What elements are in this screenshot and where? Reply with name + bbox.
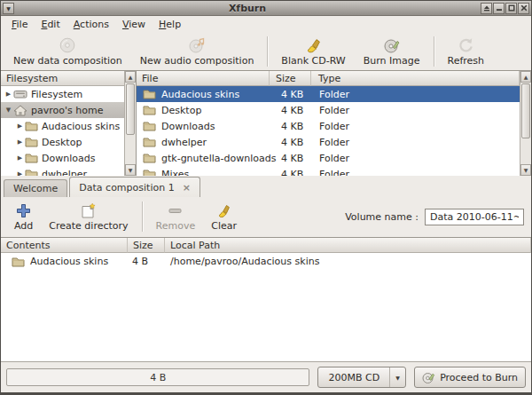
clear-brush-icon bbox=[215, 201, 233, 219]
contents-row-audacious-skins[interactable]: Audacious skins 4 B /home/pavroo/Audacio… bbox=[1, 253, 531, 270]
file-row-mixes[interactable]: Mixes 4 KB Folder bbox=[137, 166, 520, 176]
menubar: File Edit Actions View Help bbox=[1, 17, 531, 32]
create-directory-button[interactable]: Create directory bbox=[41, 201, 136, 233]
tree-row-downloads[interactable]: ▶ Downloads bbox=[1, 150, 125, 166]
disc-usage-bar: 4 B bbox=[6, 368, 309, 386]
column-header-type[interactable]: Type bbox=[311, 71, 520, 86]
proceed-to-burn-button[interactable]: Proceed to Burn bbox=[414, 367, 526, 388]
tab-welcome[interactable]: Welcome bbox=[4, 179, 67, 197]
folder-icon bbox=[143, 169, 156, 176]
expander-expanded-icon[interactable]: ▼ bbox=[4, 107, 13, 114]
disc-size-dropdown[interactable]: 200MB CD ▼ bbox=[317, 367, 406, 388]
tab-data-composition-1[interactable]: Data composition 1 × bbox=[69, 177, 200, 197]
data-disc-icon bbox=[59, 36, 76, 54]
add-button[interactable]: Add bbox=[6, 201, 41, 233]
new-audio-composition-button[interactable]: New audio composition bbox=[131, 35, 263, 67]
folder-icon bbox=[25, 137, 38, 147]
toolbar-separator bbox=[267, 36, 268, 67]
clear-button[interactable]: Clear bbox=[203, 201, 245, 233]
new-directory-icon bbox=[80, 201, 98, 219]
burn-image-button[interactable]: Burn Image bbox=[355, 35, 429, 67]
menu-help[interactable]: Help bbox=[153, 18, 188, 31]
menu-actions[interactable]: Actions bbox=[67, 18, 116, 31]
composition-toolbar: Add Create directory Remove Clear Volume… bbox=[1, 197, 531, 237]
tab-close-icon[interactable]: × bbox=[183, 182, 191, 194]
tree-row-audacious-skins[interactable]: ▶ Audacious skins bbox=[1, 118, 125, 134]
folder-icon bbox=[25, 169, 38, 176]
tree-row-desktop[interactable]: ▶ Desktop bbox=[1, 134, 125, 150]
maximize-button[interactable] bbox=[505, 3, 517, 14]
folder-icon bbox=[12, 257, 25, 267]
folder-icon bbox=[143, 105, 156, 115]
expander-collapsed-icon[interactable]: ▶ bbox=[15, 122, 25, 130]
scroll-up-icon[interactable]: ▲ bbox=[520, 71, 531, 83]
folder-icon bbox=[143, 121, 156, 131]
xfburn-window: ▼ Xfburn File Edit Actions View Help New… bbox=[0, 0, 532, 395]
file-list-header: File Size Type bbox=[137, 71, 520, 86]
volume-name-label: Volume name : bbox=[345, 211, 419, 223]
composition-contents: Contents Size Local Path Audacious skins… bbox=[1, 237, 531, 361]
toolbar-separator bbox=[142, 201, 143, 232]
file-row-desktop[interactable]: Desktop 4 KB Folder bbox=[137, 102, 520, 118]
scroll-down-icon[interactable]: ▼ bbox=[125, 164, 136, 176]
window-title: Xfburn bbox=[14, 3, 481, 14]
volume-name-group: Volume name : bbox=[345, 201, 531, 225]
tree-row-filesystem[interactable]: ▶ Filesystem bbox=[1, 86, 125, 102]
burn-disc-icon bbox=[422, 371, 435, 384]
filesystem-tree: ▶ Filesystem ▼ pavroo's home ▶ Audacious… bbox=[1, 86, 125, 176]
close-icon bbox=[520, 4, 528, 12]
tree-row-home[interactable]: ▼ pavroo's home bbox=[1, 102, 125, 118]
file-list: Audacious skins 4 KB Folder Desktop 4 KB… bbox=[137, 86, 520, 176]
dropdown-arrow-icon[interactable]: ▼ bbox=[389, 367, 405, 387]
folder-icon bbox=[143, 89, 156, 99]
scroll-up-icon[interactable]: ▲ bbox=[125, 71, 136, 83]
add-icon bbox=[15, 201, 32, 219]
blank-brush-icon bbox=[305, 36, 323, 54]
expander-collapsed-icon[interactable]: ▶ bbox=[15, 138, 25, 146]
column-header-size[interactable]: Size bbox=[128, 238, 165, 253]
scrollbar-thumb[interactable] bbox=[521, 83, 530, 138]
remove-button[interactable]: Remove bbox=[148, 201, 204, 233]
window-menu-button[interactable]: ▼ bbox=[3, 3, 14, 14]
browser-panes: Filesystem ▶ Filesystem ▼ pavroo's home … bbox=[1, 70, 531, 176]
toolbar-separator bbox=[434, 36, 434, 67]
folder-icon bbox=[143, 153, 156, 163]
column-header-local-path[interactable]: Local Path bbox=[165, 238, 531, 253]
blank-cdrw-button[interactable]: Blank CD-RW bbox=[272, 35, 354, 67]
titlebar[interactable]: ▼ Xfburn bbox=[1, 1, 531, 16]
window-controls bbox=[481, 3, 529, 14]
refresh-button[interactable]: Refresh bbox=[439, 35, 494, 67]
close-button[interactable] bbox=[518, 3, 529, 14]
volume-name-input[interactable] bbox=[425, 209, 524, 225]
folder-icon bbox=[25, 153, 38, 163]
remove-icon bbox=[167, 201, 184, 219]
file-row-audacious-skins[interactable]: Audacious skins 4 KB Folder bbox=[137, 86, 520, 102]
column-header-file[interactable]: File bbox=[137, 71, 270, 86]
menu-file[interactable]: File bbox=[5, 18, 35, 31]
file-row-dwhelper[interactable]: dwhelper 4 KB Folder bbox=[137, 134, 520, 150]
filesystem-column-header[interactable]: Filesystem bbox=[1, 71, 125, 86]
new-data-composition-button[interactable]: New data composition bbox=[4, 35, 131, 67]
scrollbar-thumb[interactable] bbox=[126, 83, 135, 135]
file-row-downloads[interactable]: Downloads 4 KB Folder bbox=[137, 118, 520, 134]
column-header-size[interactable]: Size bbox=[270, 71, 311, 86]
statusbar: 4 B 200MB CD ▼ Proceed to Burn bbox=[1, 361, 531, 392]
folder-icon bbox=[25, 121, 38, 131]
window-menu-icon: ▼ bbox=[6, 5, 11, 12]
column-header-contents[interactable]: Contents bbox=[1, 238, 128, 253]
tree-scrollbar[interactable]: ▲ ▼ bbox=[124, 71, 136, 176]
file-list-scrollbar[interactable]: ▲ ▼ bbox=[520, 71, 531, 176]
audio-disc-icon bbox=[188, 36, 206, 54]
minimize-icon bbox=[496, 4, 503, 12]
minimize-button[interactable] bbox=[493, 3, 505, 14]
menu-view[interactable]: View bbox=[116, 18, 153, 31]
drive-icon bbox=[13, 89, 27, 99]
scroll-down-icon[interactable]: ▼ bbox=[520, 164, 531, 176]
shade-button[interactable] bbox=[481, 3, 492, 14]
file-row-gtk-gnutella-downloads[interactable]: gtk-gnutella-downloads 4 KB Folder bbox=[137, 150, 520, 166]
contents-header: Contents Size Local Path bbox=[1, 238, 531, 253]
menu-edit[interactable]: Edit bbox=[35, 18, 66, 31]
expander-collapsed-icon[interactable]: ▶ bbox=[4, 91, 13, 98]
expander-collapsed-icon[interactable]: ▶ bbox=[15, 154, 25, 162]
tree-row-dwhelper[interactable]: ▶ dwhelper bbox=[1, 166, 125, 176]
